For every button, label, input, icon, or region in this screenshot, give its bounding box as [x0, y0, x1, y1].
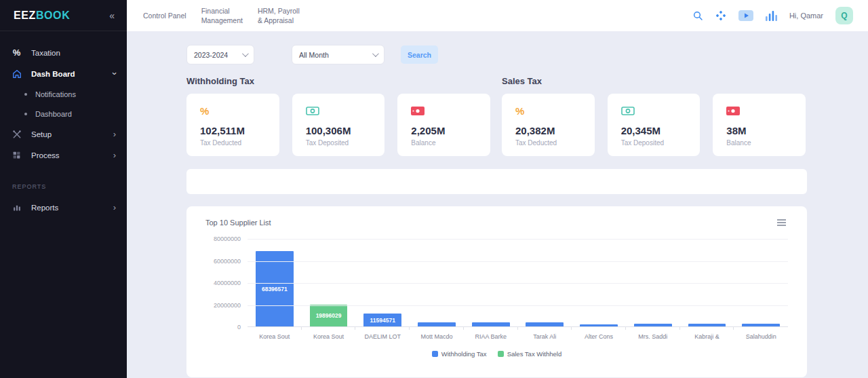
- month-select[interactable]: All Month: [292, 45, 384, 64]
- chevron-down-icon: [242, 50, 249, 57]
- stat-card-tax-deducted: % 102,511M Tax Deducted: [186, 94, 279, 156]
- sidebar-item-label: Dash Board: [31, 70, 113, 78]
- gridline: [248, 283, 788, 284]
- app-window: EEZBOOK « % Taxation Dash Board › Notifi…: [0, 0, 868, 378]
- sidebar-subitem-label: Notifications: [35, 90, 76, 98]
- legend-swatch: [498, 351, 504, 357]
- sidebar-item-label: Reports: [31, 204, 113, 212]
- x-tick-label: Tarak Ali: [518, 333, 572, 340]
- supplier-chart-card: Top 10 Supplier List 0200000004000000060…: [186, 206, 807, 377]
- money-filled-icon: [726, 105, 792, 116]
- top-navigation: Control Panel Financial Management HRM, …: [143, 6, 300, 25]
- chart-legend: Withholding TaxSales Tax Withheld: [205, 350, 788, 358]
- x-tick-label: Kabraji &: [680, 333, 734, 340]
- bar-withholding-tax[interactable]: [688, 324, 726, 326]
- legend-label: Sales Tax Withheld: [507, 350, 562, 358]
- search-button[interactable]: Search: [401, 45, 438, 64]
- bar-withholding-tax[interactable]: 68396571: [256, 251, 294, 326]
- search-icon[interactable]: [692, 10, 703, 21]
- nav-control-panel[interactable]: Control Panel: [143, 11, 186, 20]
- stat-label: Tax Deposited: [621, 139, 687, 147]
- stat-value: 102,511M: [200, 125, 266, 136]
- chevron-right-icon: ›: [113, 203, 116, 212]
- stat-card-tax-deposited: 100,306M Tax Deposited: [292, 94, 385, 156]
- x-tick-label: Mrs. Saddi: [626, 333, 680, 340]
- bar-withholding-tax[interactable]: [418, 322, 456, 326]
- money-filled-icon: [411, 105, 477, 116]
- chart-title: Top 10 Supplier List: [205, 219, 271, 227]
- percent-icon: %: [11, 48, 22, 58]
- stat-card-tax-deducted: % 20,382M Tax Deducted: [502, 94, 595, 156]
- bar-chart: 020000000400000006000000080000000 683965…: [205, 239, 788, 327]
- withholding-tax-section: Withholding Tax % 102,511M Tax Deducted …: [186, 76, 490, 156]
- chart-menu-icon[interactable]: [775, 217, 788, 228]
- chevron-down-icon: [372, 50, 379, 57]
- stat-value: 2,205M: [411, 125, 477, 136]
- y-tick-label: 0: [237, 324, 241, 330]
- sidebar-item-dashboard[interactable]: Dashboard: [0, 104, 127, 124]
- stat-value: 20,382M: [515, 125, 581, 136]
- nav-financial-management[interactable]: Financial Management: [201, 6, 243, 25]
- year-select-value: 2023-2024: [194, 51, 228, 59]
- stat-value: 100,306M: [306, 125, 372, 136]
- x-tick-label: Alter Cons: [572, 333, 626, 340]
- bullet-icon: [24, 113, 27, 115]
- sidebar-item-process[interactable]: Process ›: [0, 145, 127, 166]
- sidebar-item-taxation[interactable]: % Taxation: [0, 42, 127, 63]
- chevron-right-icon: ›: [113, 130, 116, 138]
- year-select[interactable]: 2023-2024: [186, 45, 254, 64]
- sidebar-item-label: Setup: [31, 130, 113, 138]
- sidebar-subitem-label: Dashboard: [35, 110, 72, 118]
- sidebar-item-setup[interactable]: Setup ›: [0, 124, 127, 145]
- y-tick-label: 40000000: [214, 280, 241, 286]
- bar-value-label: 19896029: [316, 312, 342, 319]
- bar-value-label: 68396571: [262, 286, 288, 292]
- x-tick-label: RIAA Barke: [464, 333, 518, 340]
- bar-withholding-tax[interactable]: [580, 324, 618, 326]
- stat-label: Tax Deducted: [515, 139, 581, 147]
- chart-header: Top 10 Supplier List: [205, 217, 788, 228]
- chart-x-axis: Korea SoutKorea SoutDAELIM LOTMott Macdo…: [248, 333, 788, 340]
- sidebar-item-reports[interactable]: Reports ›: [0, 197, 127, 218]
- month-select-value: All Month: [299, 51, 329, 59]
- home-icon: [11, 69, 22, 79]
- stats-icon[interactable]: [766, 11, 777, 21]
- user-greeting: Hi, Qamar: [789, 12, 823, 20]
- legend-item-withholding-tax[interactable]: Withholding Tax: [432, 350, 487, 358]
- app-logo: EEZBOOK: [14, 10, 70, 22]
- topbar: Control Panel Financial Management HRM, …: [127, 0, 868, 31]
- bar-chart-icon: [11, 203, 22, 212]
- bar-withholding-tax[interactable]: [634, 324, 672, 326]
- sidebar-item-notifications[interactable]: Notifications: [0, 84, 127, 104]
- section-title: Sales Tax: [502, 76, 806, 86]
- sidebar-collapse-icon[interactable]: «: [109, 10, 115, 21]
- video-icon[interactable]: [738, 10, 753, 21]
- x-tick-label: Salahuddin: [734, 333, 788, 340]
- bar-withholding-tax[interactable]: 11594571: [363, 314, 401, 326]
- y-tick-label: 20000000: [214, 302, 241, 309]
- content-area: 2023-2024 All Month Search Withholding T…: [127, 31, 868, 378]
- sidebar-item-dashboard-parent[interactable]: Dash Board ›: [0, 63, 127, 84]
- legend-item-sales-tax-withheld[interactable]: Sales Tax Withheld: [498, 350, 562, 358]
- topbar-actions: Hi, Qamar Q: [692, 7, 853, 24]
- gridline: [248, 261, 788, 262]
- x-tick-label: Mott Macdo: [410, 333, 464, 340]
- stat-label: Tax Deposited: [306, 139, 372, 147]
- chevron-right-icon: ›: [113, 151, 116, 159]
- avatar[interactable]: Q: [835, 7, 853, 24]
- bar-withholding-tax[interactable]: [526, 322, 564, 326]
- section-title: Withholding Tax: [186, 76, 490, 86]
- bar-withholding-tax[interactable]: [742, 324, 780, 326]
- apps-icon[interactable]: [715, 10, 726, 21]
- logo-text-primary: EEZ: [14, 10, 36, 21]
- bar-withholding-tax[interactable]: [472, 322, 510, 326]
- nav-hrm-payroll[interactable]: HRM, Payroll & Appraisal: [258, 6, 300, 25]
- cards-row: % 20,382M Tax Deducted 20,345M Tax Depos…: [502, 94, 806, 156]
- y-tick-label: 60000000: [214, 258, 241, 265]
- sidebar-section-reports: REPORTS: [0, 166, 127, 197]
- stat-card-balance: 38M Balance: [713, 94, 806, 156]
- percent-icon: %: [200, 105, 266, 116]
- bar-value-label: 11594571: [370, 317, 395, 324]
- bullet-icon: [24, 93, 27, 96]
- bar-sales-tax-withheld[interactable]: 19896029: [310, 305, 348, 326]
